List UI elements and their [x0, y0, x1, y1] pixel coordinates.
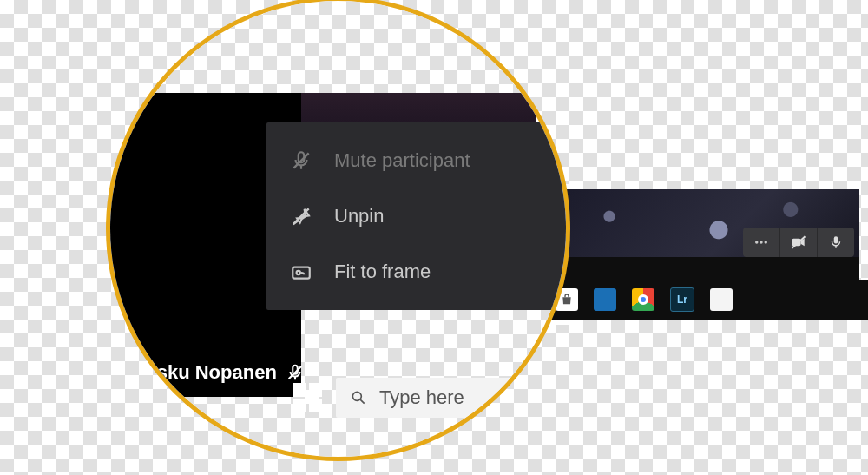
windows-start-button[interactable]	[293, 383, 322, 412]
taskbar-app-generic[interactable]	[594, 288, 616, 311]
menu-item-label: Fit to frame	[334, 261, 431, 283]
menu-item-label: Mute participant	[334, 149, 470, 172]
svg-line-17	[360, 399, 365, 404]
taskbar-app-lightroom[interactable]: Lr	[670, 287, 694, 312]
participant-context-menu: Mute participant Unpin	[266, 122, 570, 310]
camera-off-button[interactable]	[780, 228, 818, 257]
menu-item-fit-to-frame[interactable]: Fit to frame	[266, 244, 570, 300]
meeting-toolbar	[743, 228, 854, 257]
search-placeholder: Type here	[379, 386, 464, 409]
svg-point-0	[756, 241, 758, 243]
search-icon	[350, 389, 367, 406]
svg-rect-5	[834, 236, 838, 243]
svg-point-16	[352, 392, 361, 400]
mic-off-icon	[289, 148, 313, 173]
svg-point-1	[760, 241, 762, 243]
menu-item-mute-participant: Mute participant	[266, 133, 570, 188]
taskbar-search-box[interactable]: Type here	[336, 378, 570, 418]
svg-point-2	[765, 241, 766, 243]
more-button[interactable]	[743, 228, 780, 257]
participant-name: Vesku Nopanen	[135, 361, 277, 384]
frame-icon	[289, 260, 313, 284]
menu-item-unpin[interactable]: Unpin	[266, 188, 570, 244]
desktop-fragment: Lr	[547, 189, 859, 320]
mic-muted-icon	[286, 363, 305, 382]
taskbar-app-chrome[interactable]	[632, 288, 654, 311]
mic-button[interactable]	[818, 228, 854, 257]
svg-point-12	[297, 271, 300, 274]
windows-taskbar-fragment: Lr	[547, 280, 868, 320]
participant-name-overlay: Vesku Nopanen	[135, 361, 305, 384]
magnifier-lens: Mute participant Unpin	[106, 0, 570, 461]
unpin-icon	[289, 204, 313, 228]
taskbar-app-page[interactable]	[710, 288, 733, 311]
menu-item-label: Unpin	[334, 205, 384, 228]
